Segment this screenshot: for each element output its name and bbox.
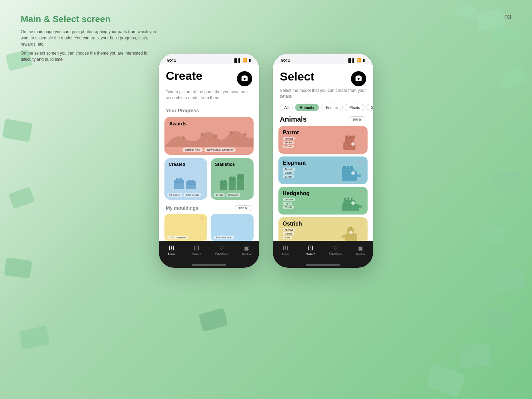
svg-rect-44 <box>348 197 349 200</box>
svg-rect-17 <box>229 181 236 190</box>
create-camera-btn[interactable] <box>237 71 252 86</box>
select-header: Select <box>273 64 373 88</box>
elephant-tag-category: Animals <box>283 168 295 171</box>
svg-rect-6 <box>174 180 184 183</box>
svg-point-16 <box>224 180 226 182</box>
moulding-card-1[interactable]: ♡ 30% completed <box>164 214 207 241</box>
select-nav-favorites-icon: ♡ <box>333 245 338 251</box>
header-section: Main & Select screen On the main page yo… <box>21 14 159 65</box>
moulding-card-2[interactable]: ♡ 32% completed <box>211 214 254 241</box>
header-desc2: On the select screen you can choose the … <box>21 50 159 63</box>
cards-row: Created 25 mod <box>164 158 254 200</box>
ostrich-card[interactable]: Ostrich Animals Middle Is fits ♡ <box>278 217 368 241</box>
select-nav-favorites[interactable]: ♡ Favorites <box>323 245 348 255</box>
svg-point-2 <box>214 134 218 138</box>
svg-point-30 <box>351 142 355 146</box>
svg-rect-46 <box>345 234 357 241</box>
parrot-tag-category: Animals <box>283 137 295 140</box>
animals-title: Animals <box>280 115 307 123</box>
moulding-heart-2: ♡ <box>247 216 251 221</box>
select-signal-icon: ▐▌▌ <box>347 58 355 63</box>
svg-point-27 <box>345 135 348 138</box>
awards-status-bar: Status: King New status: Emperor <box>182 148 236 152</box>
parrot-card[interactable]: Parrot Animals Rookie 10 min ♡ <box>278 126 368 154</box>
create-content: Create Take a picture of the parts that … <box>159 64 259 241</box>
ostrich-tag-category: Animals <box>283 228 295 231</box>
create-status-icons: ▐▌▌ 🛜 ▮ <box>233 58 251 63</box>
nav-favorites[interactable]: ♡ Favorites <box>209 245 234 255</box>
bg-brick-9 <box>484 308 513 331</box>
nav-main-label: Main <box>168 253 175 256</box>
created-pills: 25 models 1200 details <box>167 193 201 197</box>
page-wrapper: Main & Select screen On the main page yo… <box>0 0 532 399</box>
parrot-tag-level: Rookie <box>283 141 294 144</box>
create-subtitle: Take a picture of the parts that you hav… <box>159 89 259 106</box>
svg-rect-37 <box>357 174 361 177</box>
filter-all[interactable]: All <box>280 104 293 111</box>
elephant-card[interactable]: Elephant Animals Middle 50 min ♡ <box>278 156 368 184</box>
svg-rect-32 <box>342 171 357 181</box>
bg-brick-6 <box>492 170 523 194</box>
select-status-icons: ▐▌▌ 🛜 ▮ <box>347 58 365 63</box>
filter-animals[interactable]: Animals <box>295 104 319 111</box>
bg-brick-left-2 <box>2 118 32 142</box>
moulding-progress-1: 30% completed <box>167 236 188 239</box>
svg-rect-14 <box>220 181 227 185</box>
select-nav-profile[interactable]: ◉ Profile <box>348 244 373 256</box>
svg-point-1 <box>200 133 204 136</box>
status-king-pill: Status: King <box>182 148 203 152</box>
nav-select[interactable]: ⊡ Select <box>184 244 209 256</box>
created-label: Created <box>169 162 185 167</box>
bg-brick-left-5 <box>19 325 50 350</box>
filter-plants[interactable]: Plants <box>345 104 364 111</box>
svg-rect-48 <box>342 235 346 238</box>
bg-brick-3 <box>493 27 519 46</box>
animals-see-all[interactable]: see all <box>349 116 366 122</box>
mouldings-title: My mouldings <box>166 205 198 211</box>
battery-icon: ▮ <box>249 58 251 63</box>
svg-point-11 <box>188 180 191 182</box>
nav-profile[interactable]: ◉ Profile <box>234 244 259 256</box>
hedgehog-tag-time: 20 min <box>283 206 294 209</box>
nav-favorites-icon: ♡ <box>219 245 224 251</box>
create-title: Create <box>166 70 202 82</box>
mouldings-see-all[interactable]: see all <box>235 205 252 211</box>
select-camera-btn[interactable] <box>351 71 366 86</box>
nav-main-icon: ⊞ <box>169 244 174 252</box>
svg-point-0 <box>182 136 185 140</box>
select-nav-main-label: Main <box>282 253 289 256</box>
created-card[interactable]: Created 25 mod <box>164 158 207 200</box>
svg-rect-21 <box>237 177 244 190</box>
select-nav-profile-label: Profile <box>356 253 365 256</box>
select-nav-main[interactable]: ⊞ Main <box>273 244 298 256</box>
awards-card[interactable]: Awards Status: King New status: Emperor <box>164 117 254 155</box>
select-nav-profile-icon: ◉ <box>358 244 363 252</box>
select-nav-select[interactable]: ⊡ Select <box>298 244 323 256</box>
select-nav: ⊞ Main ⊡ Select ♡ Favorites ◉ Profile <box>273 241 373 263</box>
awards-hills-svg <box>164 128 254 147</box>
select-wifi-icon: 🛜 <box>357 58 361 63</box>
nav-main[interactable]: ⊞ Main <box>159 244 184 256</box>
signal-icon: ▐▌▌ <box>233 58 241 63</box>
svg-point-12 <box>191 180 194 182</box>
filter-technic[interactable]: Technic <box>321 104 343 111</box>
statistics-card[interactable]: Statistics <box>211 158 254 200</box>
nav-profile-icon: ◉ <box>244 244 249 252</box>
elephant-tag-time: 50 min <box>283 175 294 178</box>
svg-point-38 <box>351 171 355 175</box>
hedgehog-card[interactable]: Hedgehog Animals Light 20 min ♡ <box>278 187 368 215</box>
svg-rect-22 <box>237 174 244 178</box>
details-pill: 1200 details <box>184 193 201 197</box>
created-lego-svg <box>172 175 200 193</box>
status-emperor-pill: New status: Emperor <box>204 148 236 152</box>
svg-rect-13 <box>220 184 227 190</box>
svg-point-3 <box>230 131 233 134</box>
filter-spare[interactable]: Spare p <box>367 104 373 111</box>
select-subtitle: Select the model that you can create fro… <box>273 88 373 104</box>
select-nav-select-label: Select <box>306 253 315 256</box>
ostrich-tag-level: Middle <box>283 232 294 235</box>
statistics-label: Statistics <box>215 162 235 167</box>
nav-select-icon: ⊡ <box>193 244 199 252</box>
select-phone: 9:41 ▐▌▌ 🛜 ▮ Select Select the model <box>273 54 373 268</box>
svg-point-36 <box>350 166 353 169</box>
